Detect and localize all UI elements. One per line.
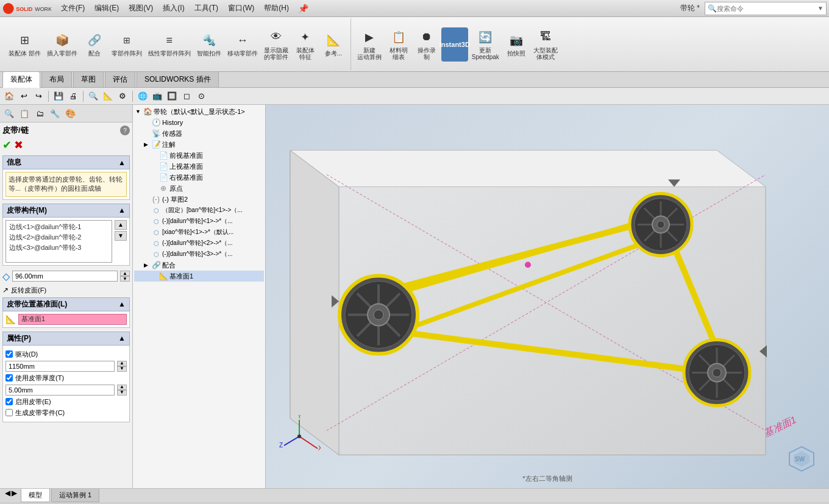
bottom-tab-model[interactable]: 模型 xyxy=(21,489,50,502)
tree-item-history[interactable]: 🕐 History xyxy=(134,117,264,128)
create-belt-checkbox[interactable] xyxy=(5,409,13,416)
pin-icon[interactable]: 📌 xyxy=(299,4,308,13)
component-item-1[interactable]: 边线<1>@dailun^带轮-1 xyxy=(7,222,110,232)
viewport[interactable]: 基准面1 X Y Z SW xyxy=(266,105,829,488)
nav-next[interactable]: ▶ xyxy=(12,489,17,497)
component-item-2[interactable]: 边线<2>@dailun^带轮-2 xyxy=(7,232,110,243)
menu-item-window[interactable]: 窗口(W) xyxy=(223,2,259,15)
move-icon: ↔ xyxy=(234,32,251,49)
tb-new-motion-btn[interactable]: ▶ 新建运动算例 xyxy=(355,27,384,62)
icon-undo[interactable]: ↩ xyxy=(17,90,30,103)
tree-item-sensor[interactable]: 📡 传感器 xyxy=(134,128,264,139)
components-section-header[interactable]: 皮带构件(M) ▲ xyxy=(2,204,130,218)
tb-move-btn[interactable]: ↔ 移动零部件 xyxy=(225,27,260,62)
ok-button[interactable]: ✔ xyxy=(2,138,12,152)
tree-item-plane1[interactable]: 📐 基准面1 xyxy=(134,271,264,282)
icon-home[interactable]: 🏠 xyxy=(2,90,16,103)
tb-pattern-btn[interactable]: ⊞ 零部件阵列 xyxy=(109,27,144,62)
tab-layout[interactable]: 布局 xyxy=(41,71,72,87)
cancel-button[interactable]: ✖ xyxy=(14,138,23,152)
tb-assembly-btn[interactable]: ⊞ 装配体 部件 xyxy=(6,27,43,62)
tb-insert-btn[interactable]: 📦 插入零部件 xyxy=(44,27,80,62)
components-arrow: ▲ xyxy=(118,206,126,215)
icon-view-3[interactable]: 🔲 xyxy=(165,90,179,103)
tb-assy-feature-btn[interactable]: ✦ 装配体特征 xyxy=(292,27,319,62)
panel-icon-3[interactable]: 🗂 xyxy=(33,107,46,120)
nav-prev[interactable]: ◀ xyxy=(5,489,10,497)
tb-linear-pattern-btn[interactable]: ≡ 线性零部件阵列 xyxy=(146,27,193,62)
tab-evaluate[interactable]: 评估 xyxy=(105,71,135,87)
help-button[interactable]: ? xyxy=(120,126,130,135)
tree-item-sketch2[interactable]: (-) (-) 草图2 xyxy=(134,194,264,205)
icon-print[interactable]: 🖨 xyxy=(66,90,80,103)
svg-text:SW: SW xyxy=(795,456,805,463)
tree-item-comp3[interactable]: ⬡ [xiao^带轮]<1>->*（默认... xyxy=(134,227,264,238)
drive-spin-down[interactable]: ▼ xyxy=(117,366,127,372)
icon-measure[interactable]: 📐 xyxy=(101,90,115,103)
menu-item-insert[interactable]: 插入(I) xyxy=(158,2,189,15)
info-section-header[interactable]: 信息 ▲ xyxy=(2,155,130,169)
icon-view-1[interactable]: 🌐 xyxy=(136,90,149,103)
icon-view-5[interactable]: ⊙ xyxy=(194,90,208,103)
tree-item-front-plane[interactable]: 📄 前视基准面 xyxy=(134,150,264,161)
tab-solidworks-plugins[interactable]: SOLIDWORKS 插件 xyxy=(137,71,219,87)
tb-smart-fastener-btn[interactable]: 🔩 智能扣件 xyxy=(194,27,224,62)
tb-reference-btn[interactable]: 📐 参考... xyxy=(320,27,347,62)
tab-sketch[interactable]: 草图 xyxy=(73,71,104,87)
tb-snapshot-btn[interactable]: 📷 拍快照 xyxy=(503,27,530,62)
component-item-3[interactable]: 边线<3>@dailun^带轮-3 xyxy=(7,243,110,253)
icon-save[interactable]: 💾 xyxy=(52,90,65,103)
search-input[interactable] xyxy=(717,5,817,12)
thickness-spin-down[interactable]: ▼ xyxy=(117,390,127,396)
menu-item-file[interactable]: 文件(F) xyxy=(56,2,90,15)
tb-update-speedpak-btn[interactable]: 🔄 更新Speedpak xyxy=(469,27,502,62)
panel-icon-5[interactable]: 🎨 xyxy=(63,107,77,120)
tree-item-comp2[interactable]: ⬡ (-)[dailun^带轮]<1>->*（... xyxy=(134,216,264,227)
tree-item-root[interactable]: ▼ 🏠 带轮（默认<默认_显示状态-1> xyxy=(134,106,264,117)
component-move-down[interactable]: ▼ xyxy=(115,231,127,241)
enable-belt-checkbox[interactable] xyxy=(5,398,13,405)
belt-face-input[interactable] xyxy=(18,314,127,325)
belt-face-header[interactable]: 皮带位置基准面(L) ▲ xyxy=(2,297,130,311)
tree-item-comp5[interactable]: ⬡ (-)[dailun^带轮]<3>->*（... xyxy=(134,249,264,260)
menu-item-edit[interactable]: 编辑(E) xyxy=(90,2,124,15)
tb-bom-btn[interactable]: 📋 材料明细表 xyxy=(385,27,412,62)
spin-down[interactable]: ▼ xyxy=(120,276,130,282)
thickness-checkbox[interactable] xyxy=(5,374,13,382)
tb-instant3d-btn[interactable]: Instant3D xyxy=(441,27,468,62)
icon-view-2[interactable]: 📺 xyxy=(151,90,164,103)
thickness-input[interactable] xyxy=(5,385,115,396)
tree-item-annotation[interactable]: ▶ 📝 注解 xyxy=(134,139,264,150)
belt-drive-length-input[interactable] xyxy=(5,361,115,372)
menu-item-tools[interactable]: 工具(T) xyxy=(190,2,223,15)
belt-length-input[interactable] xyxy=(12,271,118,282)
panel-icon-1[interactable]: 🔍 xyxy=(2,107,16,120)
tree-item-origin[interactable]: ⊕ 原点 xyxy=(134,183,264,194)
drive-checkbox[interactable] xyxy=(5,350,13,358)
panel-icon-4[interactable]: 🔧 xyxy=(48,107,62,120)
smart-fastener-icon: 🔩 xyxy=(201,32,218,49)
info-section-arrow: ▲ xyxy=(118,158,126,167)
icon-view-4[interactable]: ◻ xyxy=(180,90,193,103)
icon-settings[interactable]: ⚙ xyxy=(116,90,129,103)
spin-up[interactable]: ▲ xyxy=(120,271,130,276)
tb-record-btn[interactable]: ⏺ 操作录制 xyxy=(413,27,440,62)
tb-large-assy-btn[interactable]: 🏗 大型装配体模式 xyxy=(531,27,560,62)
search-dropdown-icon[interactable]: ▼ xyxy=(817,5,824,12)
tb-show-hide-btn[interactable]: 👁 显示隐藏的零部件 xyxy=(262,27,291,62)
panel-icon-2[interactable]: 📋 xyxy=(18,107,31,120)
properties-header[interactable]: 属性(P) ▲ xyxy=(2,332,130,346)
icon-redo[interactable]: ↪ xyxy=(32,90,45,103)
tab-assembly[interactable]: 装配体 xyxy=(2,71,40,88)
tree-item-top-plane[interactable]: 📄 上视基准面 xyxy=(134,161,264,172)
tree-item-mate[interactable]: ▶ 🔗 配合 xyxy=(134,260,264,271)
menu-item-view[interactable]: 视图(V) xyxy=(124,2,158,15)
menu-item-help[interactable]: 帮助(H) xyxy=(259,2,294,15)
icon-zoom[interactable]: 🔍 xyxy=(87,90,100,103)
tree-item-comp4[interactable]: ⬡ (-)[dailun^带轮]<2>->*（... xyxy=(134,238,264,249)
tree-item-comp1[interactable]: ⬡ （固定）[ban^带轮]<1>->（... xyxy=(134,205,264,216)
component-move-up[interactable]: ▲ xyxy=(115,220,127,230)
bottom-tab-motion[interactable]: 运动算例 1 xyxy=(51,489,99,502)
tb-mate-btn[interactable]: 🔗 配合 xyxy=(81,27,108,62)
tree-item-right-plane[interactable]: 📄 右视基准面 xyxy=(134,172,264,183)
